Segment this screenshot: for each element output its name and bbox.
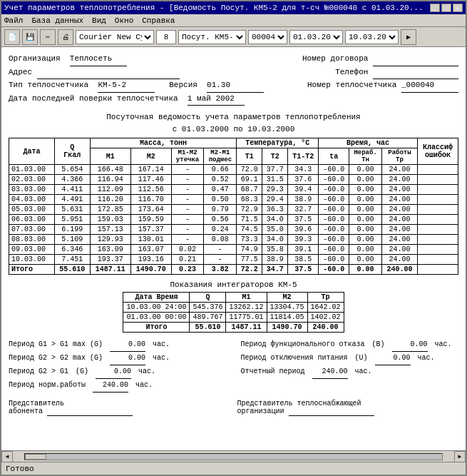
font-select[interactable]: Courier New Cyr (76, 30, 154, 44)
col-rabot: РаботыТр (381, 148, 417, 165)
meter-num-value: _000040 (401, 79, 458, 93)
table-cell: 01.03.00 (9, 165, 55, 175)
table-cell: 0.00 (349, 265, 382, 275)
toolbar-btn-2[interactable]: 💾 (22, 29, 38, 45)
signatures-section: Представитель абонента Представитель теп… (9, 400, 458, 416)
title-bar: Учет параметров теплопотребления - [Ведо… (1, 1, 466, 14)
table-cell: 0.47 (204, 185, 237, 195)
main-data-table: Дата QГкал Масса, тонн Температура, °С В… (9, 138, 458, 275)
col-m2: M2 (130, 148, 171, 165)
table-cell: 4.366 (54, 175, 90, 185)
int-col-tp: Тр (307, 293, 344, 303)
питания-unit: час. (418, 352, 435, 365)
int-table-cell: 1490.70 (267, 323, 307, 333)
int-table-cell: 10.03.00 24:00 (123, 303, 190, 313)
g1-g1max-unit: час. (153, 338, 170, 351)
close-button[interactable]: × (453, 4, 463, 12)
table-cell: 73.3 (237, 235, 262, 245)
col-date: Дата (9, 138, 55, 165)
table-cell: 6.199 (54, 225, 90, 235)
window-title: Учет параметров теплопотребления - [Ведо… (4, 4, 424, 12)
table-cell: 116.94 (90, 175, 130, 185)
table-cell: 34.0 (262, 215, 288, 225)
account-select[interactable]: 000040 (248, 30, 287, 44)
org-rep-sub: организации (237, 407, 284, 415)
table-cell: 163.09 (90, 245, 130, 255)
table-cell: 173.64 (130, 205, 171, 215)
org-value: Теплосеть (70, 53, 127, 66)
scroll-thumb[interactable] (25, 454, 46, 460)
toolbar-btn-3[interactable]: ✂ (40, 29, 56, 45)
horizontal-scrollbar[interactable]: ◀ ▶ (1, 450, 466, 462)
table-cell: - (171, 215, 204, 225)
питания-label: Период отключения питания (241, 352, 348, 365)
table-cell: 0.24 (204, 225, 237, 235)
table-cell: 10.03.00 (9, 255, 55, 265)
table-cell: 112.56 (130, 185, 171, 195)
table-cell: 157.37 (130, 225, 171, 235)
table-cell: 0.08 (204, 235, 237, 245)
menu-window[interactable]: Окно (115, 16, 133, 25)
col-m1m2: M1-M2утечка (171, 148, 204, 165)
col-time-group: Время, час (319, 138, 418, 148)
int-table-cell: 13262.12 (226, 303, 267, 313)
g2-g1-label: Период G2 > G1 (9, 365, 68, 378)
date-from-select[interactable]: 01.03.2000 (289, 30, 343, 44)
int-table-cell: 240.00 (307, 323, 344, 333)
table-cell: 167.14 (130, 165, 171, 175)
питания-sub: (U) (355, 352, 368, 365)
report-title: Посуточная ведомость учета параметров те… (9, 111, 458, 135)
menu-help[interactable]: Справка (142, 16, 175, 25)
int-table-cell: 01.03.00 00:00 (123, 313, 190, 323)
table-cell: 38.9 (262, 255, 288, 265)
table-cell: -60.0 (319, 255, 349, 265)
font-size-input[interactable] (156, 30, 176, 44)
table-cell (417, 195, 458, 205)
table-cell: 39.3 (288, 235, 319, 245)
table-cell: 157.13 (90, 225, 130, 235)
table-cell: 34.0 (262, 235, 288, 245)
date-to-select[interactable]: 10.03.2000 (345, 30, 399, 44)
table-cell: -60.0 (319, 245, 349, 255)
scroll-track[interactable] (24, 453, 443, 460)
table-cell: 0.00 (349, 255, 382, 265)
table-cell: 71.5 (237, 215, 262, 225)
scroll-left-btn[interactable]: ◀ (1, 451, 13, 462)
norm-label: Период норм.работы (9, 379, 86, 392)
col-m1: M1 (90, 148, 130, 165)
menu-file[interactable]: Файл (4, 16, 23, 25)
func-label: Период функционального отказа (241, 338, 365, 351)
table-cell: 117.46 (130, 175, 171, 185)
table-cell: 24.00 (381, 165, 417, 175)
status-text: Готово (6, 465, 34, 473)
toolbar-btn-4[interactable]: 🖨 (58, 29, 73, 45)
scroll-right-btn[interactable]: ▶ (454, 451, 466, 462)
maximize-button[interactable]: □ (441, 4, 451, 12)
menu-database[interactable]: База данных (31, 16, 83, 25)
table-cell: 163.07 (130, 245, 171, 255)
table-cell: 37.7 (262, 165, 288, 175)
toolbar-btn-1[interactable]: 📄 (4, 29, 20, 45)
table-cell: 39.6 (288, 225, 319, 235)
doc-type-select[interactable]: Посут. КМ5-2 (178, 30, 246, 44)
col-mass-group: Масса, тонн (90, 138, 236, 148)
table-cell: 39.4 (288, 185, 319, 195)
integrators-section: Показания интеграторов КМ-5 Дата Время Q… (9, 280, 458, 333)
table-cell: 1490.70 (130, 265, 171, 275)
minimize-button[interactable]: _ (430, 4, 440, 12)
int-col-m1: M1 (226, 293, 267, 303)
col-q: QГкал (54, 138, 90, 165)
table-cell (417, 265, 458, 275)
toolbar-go-btn[interactable]: ▶ (401, 29, 416, 45)
table-cell: 55.610 (54, 265, 90, 275)
table-cell: 24.00 (381, 255, 417, 265)
table-cell: 24.00 (381, 185, 417, 195)
table-cell: -60.0 (319, 215, 349, 225)
version-value: 01.30 (207, 79, 264, 93)
address-label: Адрес (9, 68, 32, 76)
table-cell: 03.03.00 (9, 185, 55, 195)
table-cell: - (171, 205, 204, 215)
menu-view[interactable]: Вид (92, 16, 106, 25)
table-cell: 37.5 (288, 265, 319, 275)
col-class: Классифошибок (417, 138, 458, 165)
